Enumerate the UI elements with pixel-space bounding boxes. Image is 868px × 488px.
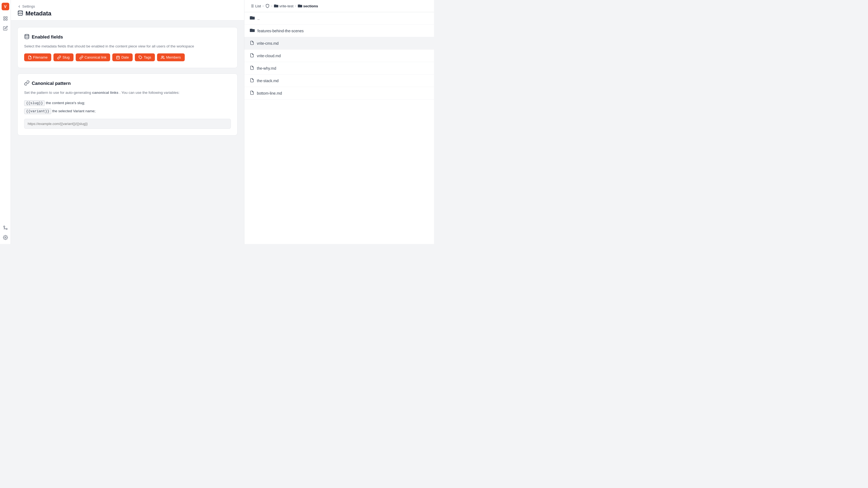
svg-rect-3 <box>6 19 7 20</box>
file-icon <box>250 78 254 84</box>
svg-rect-9 <box>117 56 120 59</box>
svg-point-14 <box>162 56 163 58</box>
enabled-fields-card: Enabled fields Select the metadata field… <box>18 27 238 68</box>
svg-point-4 <box>6 228 7 230</box>
slug-variable-line: {{slug}} the content piece's slug; <box>24 100 231 106</box>
breadcrumb-vrite-test[interactable]: vrite-test <box>274 4 293 8</box>
sidebar: V <box>0 0 11 244</box>
svg-rect-1 <box>6 17 7 18</box>
canonical-pattern-desc: Set the pattern to use for auto-generati… <box>24 90 231 95</box>
canonical-pattern-title: Canonical pattern <box>32 81 71 86</box>
breadcrumb-sep-3: › <box>295 4 296 8</box>
back-link[interactable]: Settings <box>18 4 238 8</box>
file-item-vrite-cms[interactable]: vrite-cms.md <box>244 37 434 50</box>
page-header: Settings Metadata <box>11 0 244 21</box>
edit-icon[interactable] <box>2 24 9 32</box>
variant-variable-line: {{variant}} the selected Variant name; <box>24 108 231 115</box>
field-tags-btn[interactable]: Tags <box>135 54 155 61</box>
fields-tags-row: Filename Slug Canonical link <box>24 54 231 61</box>
svg-point-8 <box>25 34 29 36</box>
main-content: Settings Metadata <box>11 0 244 244</box>
svg-point-6 <box>5 237 6 238</box>
enabled-fields-icon <box>24 34 30 40</box>
file-list: .. features-behind-the-scenes vrite-cms.… <box>244 12 434 244</box>
canonical-pattern-card: Canonical pattern Set the pattern to use… <box>18 73 238 135</box>
breadcrumb-workspace-icon <box>265 4 270 8</box>
field-members-btn[interactable]: Members <box>157 54 184 61</box>
field-filename-btn[interactable]: Filename <box>24 54 51 61</box>
file-icon <box>250 40 254 46</box>
canonical-pattern-input[interactable] <box>24 119 231 129</box>
svg-rect-0 <box>3 17 5 18</box>
page-title: Metadata <box>26 10 51 17</box>
file-item-parent[interactable]: .. <box>244 12 434 25</box>
breadcrumb-sep-2: › <box>271 4 272 8</box>
file-item-bottom-line[interactable]: bottom-line.md <box>244 87 434 99</box>
breadcrumb-sep-1: › <box>262 4 264 8</box>
git-icon[interactable] <box>2 224 9 231</box>
file-item-vrite-cloud[interactable]: vrite-cloud.md <box>244 50 434 62</box>
metadata-icon <box>18 10 23 17</box>
file-item-the-stack[interactable]: the-stack.md <box>244 74 434 87</box>
file-breadcrumb: List › › vrite-test › sections <box>244 0 434 12</box>
breadcrumb-sections[interactable]: sections <box>298 4 318 8</box>
file-icon <box>250 53 254 59</box>
app-logo[interactable]: V <box>2 3 9 10</box>
dashboard-icon[interactable] <box>2 14 9 22</box>
svg-rect-2 <box>3 19 5 20</box>
svg-point-7 <box>18 10 23 12</box>
field-slug-btn[interactable]: Slug <box>54 54 73 61</box>
field-canonical-link-btn[interactable]: Canonical link <box>76 54 111 61</box>
settings-icon[interactable] <box>2 234 9 241</box>
file-icon <box>250 65 254 71</box>
svg-point-5 <box>3 226 5 227</box>
folder-icon <box>250 28 255 34</box>
content-body: Enabled fields Select the metadata field… <box>11 21 244 244</box>
file-icon <box>250 90 254 96</box>
folder-icon <box>250 15 255 21</box>
breadcrumb-list-btn[interactable]: List <box>250 4 261 8</box>
file-panel: List › › vrite-test › sections <box>244 0 434 244</box>
enabled-fields-desc: Select the metadata fields that should b… <box>24 44 231 49</box>
field-date-btn[interactable]: Date <box>112 54 132 61</box>
enabled-fields-title: Enabled fields <box>32 34 63 40</box>
file-item-features[interactable]: features-behind-the-scenes <box>244 25 434 37</box>
file-item-the-why[interactable]: the-why.md <box>244 62 434 74</box>
canonical-pattern-icon <box>24 80 30 87</box>
